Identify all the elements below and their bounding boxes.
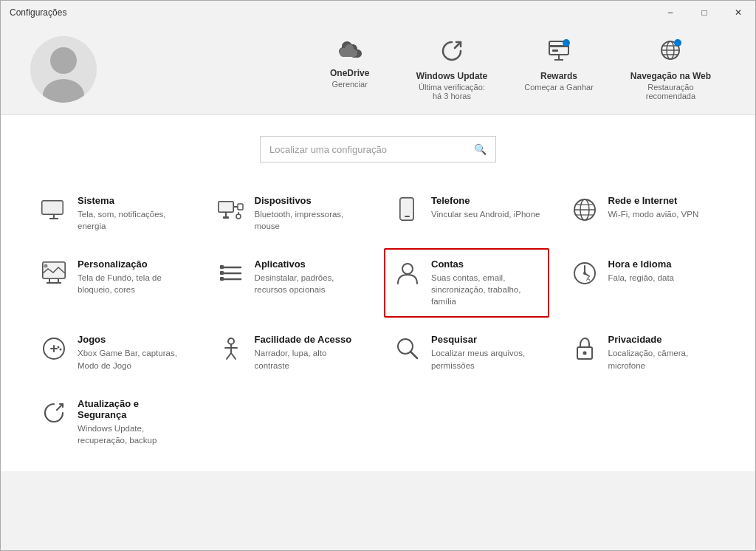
telefone-icon — [393, 195, 422, 225]
close-button[interactable]: ✕ — [721, 1, 755, 24]
svg-point-64 — [583, 352, 586, 355]
hora-title: Hora e Idioma — [608, 259, 675, 270]
settings-item-telefone[interactable]: Telefone Vincular seu Android, iPhone — [384, 185, 549, 242]
svg-rect-22 — [223, 216, 229, 219]
privacidade-icon — [570, 334, 599, 363]
svg-point-38 — [44, 264, 48, 268]
settings-item-facilidade[interactable]: Facilidade de Acesso Narrador, lupa, alt… — [207, 324, 373, 381]
facilidade-text: Facilidade de Acesso Narrador, lupa, alt… — [255, 334, 364, 371]
header-windows-update[interactable]: Windows Update Última verificação: há 3 … — [416, 39, 488, 100]
svg-rect-5 — [552, 49, 558, 52]
aplicativos-icon — [216, 259, 246, 288]
hora-icon: A — [570, 259, 599, 288]
header-area: OneDrive Gerenciar Windows Update Última… — [1, 24, 755, 115]
onedrive-subtitle: Gerenciar — [332, 80, 368, 89]
settings-item-personalizacao[interactable]: Personalização Tela de Fundo, tela de bl… — [30, 248, 196, 318]
svg-line-62 — [410, 352, 417, 358]
svg-rect-42 — [220, 265, 224, 269]
svg-line-59 — [227, 353, 231, 359]
contas-desc: Suas contas, email, sincronização, traba… — [431, 272, 540, 307]
pesquisar-desc: Localizar meus arquivos, permissões — [431, 347, 540, 371]
windows-update-icon — [439, 39, 464, 66]
svg-point-1 — [50, 47, 77, 74]
jogos-text: Jogos Xbox Game Bar, capturas, Modo de J… — [78, 334, 187, 371]
onedrive-title: OneDrive — [330, 68, 369, 78]
atualizacao-title: Atualização e Segurança — [78, 398, 187, 420]
sistema-text: Sistema Tela, som, notificações, energia — [78, 195, 187, 232]
minimize-button[interactable]: – — [653, 1, 687, 24]
rewards-title: Rewards — [540, 71, 577, 81]
header-quick-items: OneDrive Gerenciar Windows Update Última… — [320, 39, 726, 100]
pesquisar-text: Pesquisar Localizar meus arquivos, permi… — [431, 334, 540, 371]
svg-point-54 — [58, 346, 60, 349]
privacidade-text: Privacidade Localização, câmera, microfo… — [608, 334, 718, 371]
jogos-title: Jogos — [78, 334, 187, 345]
windows-update-subtitle: Última verificação: há 3 horas — [419, 83, 485, 100]
header-navegacao[interactable]: Navegação na Web Restauração recomendada — [630, 39, 711, 100]
aplicativos-desc: Desinstalar, padrões, recursos opcionais — [255, 272, 364, 295]
sistema-icon — [39, 195, 69, 225]
rewards-icon — [546, 39, 571, 66]
contas-icon — [393, 259, 422, 288]
search-area: 🔍 — [1, 115, 755, 177]
settings-item-hora[interactable]: A Hora e Idioma Fala, região, data — [561, 248, 726, 318]
titlebar: Configurações – □ ✕ — [1, 1, 755, 24]
settings-item-atualizacao[interactable]: Atualização e Segurança Windows Update, … — [30, 388, 196, 456]
facilidade-desc: Narrador, lupa, alto contraste — [255, 347, 364, 371]
svg-point-45 — [402, 264, 413, 274]
maximize-button[interactable]: □ — [687, 1, 721, 24]
dispositivos-title: Dispositivos — [255, 195, 364, 206]
sistema-title: Sistema — [78, 195, 187, 206]
aplicativos-text: Aplicativos Desinstalar, padrões, recurs… — [255, 259, 364, 295]
contas-text: Contas Suas contas, email, sincronização… — [431, 259, 540, 307]
avatar — [30, 36, 97, 103]
facilidade-title: Facilidade de Acesso — [255, 334, 364, 345]
settings-item-dispositivos[interactable]: Dispositivos Bluetooth, impressoras, mou… — [207, 185, 373, 242]
aplicativos-title: Aplicativos — [255, 259, 364, 270]
header-rewards[interactable]: Rewards Começar a Ganhar — [524, 39, 594, 92]
rewards-subtitle: Começar a Ganhar — [524, 83, 594, 92]
svg-rect-44 — [220, 277, 224, 281]
personalizacao-title: Personalização — [78, 259, 187, 270]
facilidade-icon — [216, 334, 246, 363]
hora-text: Hora e Idioma Fala, região, data — [608, 259, 675, 284]
privacidade-desc: Localização, câmera, microfone — [608, 347, 718, 371]
window-controls: – □ ✕ — [653, 1, 755, 24]
settings-item-privacidade[interactable]: Privacidade Localização, câmera, microfo… — [561, 324, 726, 381]
pesquisar-title: Pesquisar — [431, 334, 540, 345]
navegacao-icon — [658, 39, 683, 66]
svg-point-55 — [60, 349, 62, 351]
windows-update-title: Windows Update — [416, 71, 488, 81]
contas-title: Contas — [431, 259, 540, 270]
rede-icon — [570, 195, 599, 225]
settings-item-jogos[interactable]: Jogos Xbox Game Bar, capturas, Modo de J… — [30, 324, 196, 381]
svg-point-23 — [236, 214, 241, 219]
settings-grid: Sistema Tela, som, notificações, energia — [30, 185, 726, 456]
personalizacao-icon — [39, 259, 69, 288]
telefone-desc: Vincular seu Android, iPhone — [431, 208, 540, 220]
rede-title: Rede e Internet — [608, 195, 699, 206]
jogos-icon — [39, 334, 69, 363]
svg-rect-14 — [42, 201, 63, 214]
sistema-desc: Tela, som, notificações, energia — [78, 208, 187, 232]
search-box[interactable]: 🔍 — [260, 136, 496, 162]
telefone-title: Telefone — [431, 195, 540, 206]
atualizacao-icon — [39, 398, 69, 428]
settings-item-aplicativos[interactable]: Aplicativos Desinstalar, padrões, recurs… — [207, 248, 373, 318]
settings-item-sistema[interactable]: Sistema Tela, som, notificações, energia — [30, 185, 196, 242]
svg-point-56 — [228, 338, 234, 344]
settings-item-pesquisar[interactable]: Pesquisar Localizar meus arquivos, permi… — [384, 324, 549, 381]
personalizacao-text: Personalização Tela de Fundo, tela de bl… — [78, 259, 187, 295]
settings-item-contas[interactable]: Contas Suas contas, email, sincronização… — [384, 248, 549, 318]
dispositivos-icon — [216, 195, 246, 225]
dispositivos-desc: Bluetooth, impressoras, mouse — [255, 208, 364, 232]
hora-desc: Fala, região, data — [608, 272, 675, 284]
svg-rect-20 — [238, 204, 243, 210]
search-input[interactable] — [269, 144, 468, 155]
rede-desc: Wi-Fi, modo avião, VPN — [608, 208, 699, 220]
settings-item-rede[interactable]: Rede e Internet Wi-Fi, modo avião, VPN — [561, 185, 726, 242]
navegacao-subtitle: Restauração recomendada — [646, 83, 695, 100]
svg-rect-43 — [220, 271, 224, 275]
app-title: Configurações — [10, 7, 66, 18]
header-onedrive[interactable]: OneDrive Gerenciar — [320, 39, 379, 89]
